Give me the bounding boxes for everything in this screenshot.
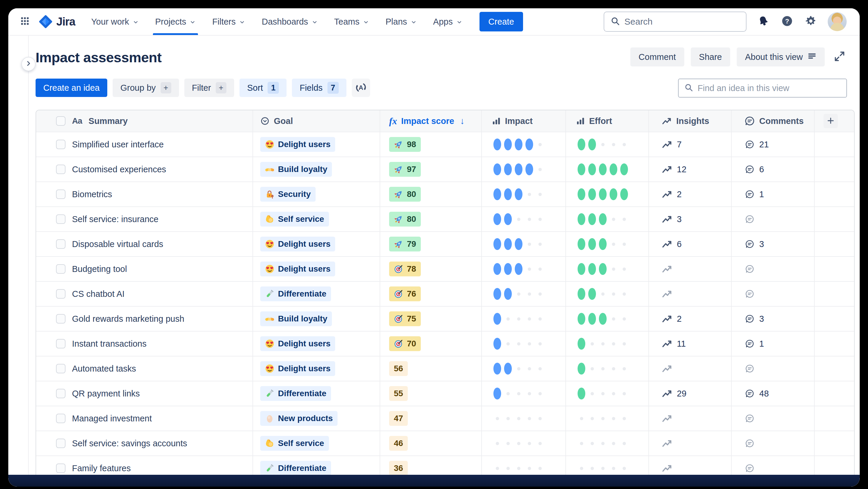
table-row[interactable]: Managed investment New products 47 bbox=[36, 406, 854, 431]
row-checkbox[interactable] bbox=[56, 140, 65, 149]
impact-score-cell[interactable]: 98 bbox=[380, 132, 482, 156]
row-checkbox[interactable] bbox=[56, 214, 65, 224]
impact-cell[interactable] bbox=[482, 207, 566, 231]
column-header-impact-score[interactable]: fx Impact score ↓ bbox=[380, 110, 482, 132]
comments-cell[interactable] bbox=[732, 257, 815, 281]
create-idea-button[interactable]: Create an idea bbox=[36, 79, 107, 97]
insights-cell[interactable]: 29 bbox=[649, 381, 732, 406]
share-button[interactable]: Share bbox=[691, 48, 730, 66]
row-checkbox[interactable] bbox=[56, 339, 65, 348]
effort-cell[interactable] bbox=[566, 381, 649, 406]
impact-cell[interactable] bbox=[482, 182, 566, 206]
table-row[interactable]: QR payment links Differentiate 55 29 48 bbox=[36, 381, 854, 406]
summary-cell[interactable]: Budgeting tool bbox=[36, 257, 253, 281]
jira-logo[interactable]: Jira bbox=[38, 14, 75, 29]
column-header-impact[interactable]: Impact bbox=[482, 110, 566, 132]
goal-cell[interactable]: Security bbox=[253, 182, 380, 206]
effort-cell[interactable] bbox=[566, 232, 649, 256]
add-column-button[interactable] bbox=[824, 114, 838, 128]
goal-cell[interactable]: Delight users bbox=[253, 332, 380, 356]
column-header-comments[interactable]: Comments bbox=[732, 110, 815, 132]
nav-item-teams[interactable]: Teams bbox=[334, 8, 369, 35]
row-checkbox[interactable] bbox=[56, 190, 65, 199]
effort-cell[interactable] bbox=[566, 282, 649, 306]
group-by-button[interactable]: Group by+ bbox=[113, 79, 179, 97]
summary-cell[interactable]: CS chatbot AI bbox=[36, 282, 253, 306]
comment-button[interactable]: Comment bbox=[630, 48, 684, 66]
column-header-summary[interactable]: Aa Summary bbox=[36, 110, 253, 132]
impact-cell[interactable] bbox=[482, 431, 566, 456]
nav-item-apps[interactable]: Apps bbox=[433, 8, 462, 35]
column-header-effort[interactable]: Effort bbox=[566, 110, 649, 132]
comments-cell[interactable] bbox=[732, 282, 815, 306]
global-search[interactable] bbox=[604, 11, 746, 32]
fields-button[interactable]: Fields7 bbox=[292, 79, 346, 97]
row-checkbox[interactable] bbox=[56, 389, 65, 398]
impact-cell[interactable] bbox=[482, 257, 566, 281]
impact-cell[interactable] bbox=[482, 406, 566, 431]
insights-cell[interactable] bbox=[649, 406, 732, 431]
impact-cell[interactable] bbox=[482, 381, 566, 406]
search-input[interactable] bbox=[624, 17, 740, 27]
comments-cell[interactable] bbox=[732, 207, 815, 231]
effort-cell[interactable] bbox=[566, 406, 649, 431]
comments-cell[interactable]: 3 bbox=[732, 307, 815, 331]
comments-cell[interactable]: 1 bbox=[732, 182, 815, 206]
table-row[interactable]: Self service: savings accounts Self serv… bbox=[36, 431, 854, 456]
effort-cell[interactable] bbox=[566, 132, 649, 156]
nav-item-filters[interactable]: Filters bbox=[212, 8, 245, 35]
summary-cell[interactable]: Instant transactions bbox=[36, 332, 253, 356]
summary-cell[interactable]: Simplified user interface bbox=[36, 132, 253, 156]
find-idea-search[interactable] bbox=[678, 79, 847, 97]
row-checkbox[interactable] bbox=[56, 239, 65, 249]
nav-item-plans[interactable]: Plans bbox=[385, 8, 417, 35]
impact-score-cell[interactable]: 75 bbox=[380, 307, 482, 331]
insights-cell[interactable]: 12 bbox=[649, 157, 732, 181]
impact-score-cell[interactable]: 80 bbox=[380, 182, 482, 206]
insights-cell[interactable]: 6 bbox=[649, 232, 732, 256]
goal-cell[interactable]: Build loyalty bbox=[253, 307, 380, 331]
impact-score-cell[interactable]: 78 bbox=[380, 257, 482, 281]
impact-cell[interactable] bbox=[482, 232, 566, 256]
insights-cell[interactable] bbox=[649, 257, 732, 281]
comments-cell[interactable]: 3 bbox=[732, 232, 815, 256]
table-row[interactable]: CS chatbot AI Differentiate 76 bbox=[36, 281, 854, 306]
impact-cell[interactable] bbox=[482, 332, 566, 356]
table-row[interactable]: Instant transactions Delight users 70 11… bbox=[36, 331, 854, 356]
comments-cell[interactable]: 1 bbox=[732, 332, 815, 356]
table-row[interactable]: Automated tasks Delight users 56 bbox=[36, 356, 854, 381]
impact-score-cell[interactable]: 46 bbox=[380, 431, 482, 456]
summary-cell[interactable]: Self service: insurance bbox=[36, 207, 253, 231]
fullscreen-button[interactable] bbox=[831, 49, 848, 65]
goal-cell[interactable]: Delight users bbox=[253, 257, 380, 281]
goal-cell[interactable]: New products bbox=[253, 406, 380, 431]
sidebar-expand-button[interactable] bbox=[21, 57, 36, 71]
select-all-checkbox[interactable] bbox=[56, 116, 65, 126]
notifications-button[interactable] bbox=[756, 15, 770, 28]
table-row[interactable]: Budgeting tool Delight users 78 bbox=[36, 256, 854, 281]
nav-item-dashboards[interactable]: Dashboards bbox=[262, 8, 317, 35]
comments-cell[interactable] bbox=[732, 356, 815, 381]
impact-score-cell[interactable]: 79 bbox=[380, 232, 482, 256]
row-checkbox[interactable] bbox=[56, 165, 65, 174]
comments-cell[interactable] bbox=[732, 406, 815, 431]
insights-cell[interactable]: 11 bbox=[649, 332, 732, 356]
effort-cell[interactable] bbox=[566, 356, 649, 381]
row-checkbox[interactable] bbox=[56, 364, 65, 373]
table-row[interactable]: Biometrics Security 80 2 1 bbox=[36, 181, 854, 206]
insights-cell[interactable]: 2 bbox=[649, 182, 732, 206]
user-avatar[interactable] bbox=[828, 12, 847, 31]
table-row[interactable]: Customised experiences Build loyalty 97 … bbox=[36, 156, 854, 181]
goal-cell[interactable]: Delight users bbox=[253, 232, 380, 256]
goal-cell[interactable]: Build loyalty bbox=[253, 157, 380, 181]
summary-cell[interactable]: Disposable virtual cards bbox=[36, 232, 253, 256]
goal-cell[interactable]: Self service bbox=[253, 431, 380, 456]
find-idea-input[interactable] bbox=[698, 83, 841, 93]
effort-cell[interactable] bbox=[566, 431, 649, 456]
row-checkbox[interactable] bbox=[56, 314, 65, 323]
impact-cell[interactable] bbox=[482, 282, 566, 306]
row-checkbox[interactable] bbox=[56, 439, 65, 448]
comments-cell[interactable]: 21 bbox=[732, 132, 815, 156]
impact-cell[interactable] bbox=[482, 132, 566, 156]
impact-score-cell[interactable]: 80 bbox=[380, 207, 482, 231]
